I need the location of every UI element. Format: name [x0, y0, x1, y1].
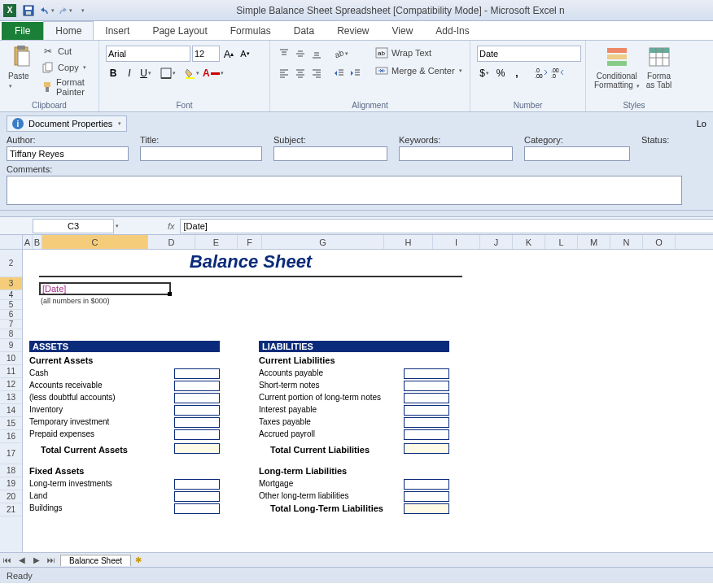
value-cell[interactable]	[404, 368, 449, 379]
border-button[interactable]: ▾	[160, 65, 177, 81]
copy-button[interactable]: Copy▾	[39, 60, 92, 75]
row-header[interactable]: 15	[0, 417, 22, 430]
decrease-font-icon[interactable]: A▾	[238, 46, 252, 62]
col-header[interactable]: N	[610, 235, 643, 249]
tab-nav-prev-icon[interactable]: ◀	[15, 555, 29, 564]
row-header[interactable]: 12	[0, 378, 22, 391]
value-cell[interactable]	[174, 491, 220, 502]
comma-format-button[interactable]: ,	[510, 65, 524, 81]
col-header[interactable]: D	[148, 235, 195, 249]
row-header[interactable]: 9	[0, 339, 22, 352]
col-header[interactable]: J	[480, 235, 513, 249]
fill-color-button[interactable]: ▾	[183, 65, 200, 81]
value-cell[interactable]	[174, 503, 220, 514]
col-header[interactable]: F	[238, 235, 262, 249]
font-color-button[interactable]: A▾	[202, 65, 225, 81]
sheet-tab[interactable]: Balance Sheet	[60, 555, 131, 566]
total-cell[interactable]	[404, 443, 449, 454]
col-header[interactable]: A	[23, 235, 33, 249]
row-header[interactable]: 17	[0, 443, 22, 464]
qat-undo-icon[interactable]: ▾	[38, 2, 55, 19]
tab-addins[interactable]: Add-Ins	[424, 22, 480, 40]
row-header[interactable]: 5	[0, 300, 22, 310]
value-cell[interactable]	[174, 405, 220, 416]
bold-button[interactable]: B	[106, 65, 120, 81]
col-header[interactable]: G	[262, 235, 384, 249]
align-bottom-icon[interactable]	[309, 46, 324, 62]
row-header[interactable]: 4	[0, 290, 22, 300]
tab-file[interactable]: File	[2, 22, 43, 40]
underline-button[interactable]: U▾	[138, 65, 153, 81]
number-format-select[interactable]	[477, 46, 581, 62]
new-sheet-icon[interactable]: ✱	[131, 555, 146, 564]
col-header[interactable]: K	[513, 235, 545, 249]
conditional-formatting-button[interactable]: ConditionalFormatting ▾	[591, 42, 643, 91]
col-header[interactable]: M	[578, 235, 610, 249]
row-header[interactable]: 6	[0, 310, 22, 320]
tab-data[interactable]: Data	[282, 22, 326, 40]
tab-review[interactable]: Review	[326, 22, 380, 40]
cut-button[interactable]: ✂Cut	[39, 44, 92, 59]
value-cell[interactable]	[174, 429, 220, 440]
increase-decimal-button[interactable]: .0.00	[534, 65, 549, 81]
name-box[interactable]	[33, 219, 114, 233]
author-input[interactable]	[7, 146, 129, 161]
tab-home[interactable]: Home	[43, 21, 94, 40]
tab-nav-first-icon[interactable]: ⏮	[0, 555, 15, 564]
subject-input[interactable]	[273, 146, 387, 161]
tab-nav-next-icon[interactable]: ▶	[29, 555, 44, 564]
row-header[interactable]: 19	[0, 477, 22, 490]
row-header[interactable]: 16	[0, 430, 22, 443]
col-header[interactable]: I	[433, 235, 480, 249]
row-header[interactable]: 3	[0, 277, 22, 290]
title-input[interactable]	[140, 146, 262, 161]
tab-pagelayout[interactable]: Page Layout	[141, 22, 218, 40]
align-middle-icon[interactable]	[293, 46, 308, 62]
total-cell[interactable]	[404, 503, 449, 514]
formula-input[interactable]	[180, 219, 713, 233]
increase-font-icon[interactable]: A▴	[221, 46, 236, 62]
increase-indent-icon[interactable]	[348, 65, 363, 81]
spreadsheet-grid[interactable]: 2 3 4 5 6 7 8 9 10 11 12 13 14 15 16 17 …	[0, 250, 713, 552]
row-header[interactable]: 10	[0, 352, 22, 365]
document-properties-dropdown[interactable]: i Document Properties ▾	[7, 115, 127, 132]
qat-save-icon[interactable]	[20, 2, 37, 19]
select-all-cell[interactable]	[0, 235, 23, 249]
qat-redo-icon[interactable]: ▾	[56, 2, 72, 19]
decrease-indent-icon[interactable]	[332, 65, 347, 81]
comments-input[interactable]	[7, 176, 682, 205]
font-name-select[interactable]	[106, 46, 190, 62]
row-header[interactable]: 11	[0, 365, 22, 378]
tab-view[interactable]: View	[381, 22, 425, 40]
value-cell[interactable]	[174, 381, 220, 391]
fill-handle[interactable]	[168, 292, 172, 296]
row-header[interactable]: 18	[0, 464, 22, 477]
col-header[interactable]: B	[33, 235, 42, 249]
row-header[interactable]: 8	[0, 329, 22, 339]
value-cell[interactable]	[174, 368, 220, 379]
align-top-icon[interactable]	[277, 46, 291, 62]
col-header[interactable]: L	[545, 235, 578, 249]
value-cell[interactable]	[174, 417, 220, 428]
keywords-input[interactable]	[399, 146, 513, 161]
orientation-icon[interactable]: ab▾	[332, 46, 349, 62]
merge-center-button[interactable]: Merge & Center▾	[373, 63, 465, 78]
value-cell[interactable]	[174, 479, 220, 490]
value-cell[interactable]	[404, 417, 449, 428]
tab-formulas[interactable]: Formulas	[219, 22, 282, 40]
row-header[interactable]: 2	[0, 250, 22, 277]
col-header[interactable]: H	[384, 235, 433, 249]
row-header[interactable]: 21	[0, 503, 22, 516]
italic-button[interactable]: I	[122, 65, 137, 81]
col-header[interactable]: C	[42, 235, 148, 249]
format-as-table-button[interactable]: Formaas Tabl	[643, 42, 676, 91]
wrap-text-button[interactable]: abWrap Text	[373, 46, 465, 60]
active-cell[interactable]: [Date]	[39, 282, 171, 295]
row-header[interactable]: 20	[0, 490, 22, 503]
format-painter-button[interactable]: Format Painter	[39, 76, 92, 98]
value-cell[interactable]	[404, 393, 449, 403]
value-cell[interactable]	[404, 429, 449, 440]
percent-format-button[interactable]: %	[493, 65, 508, 81]
align-right-icon[interactable]	[309, 65, 324, 81]
row-header[interactable]: 7	[0, 320, 22, 329]
